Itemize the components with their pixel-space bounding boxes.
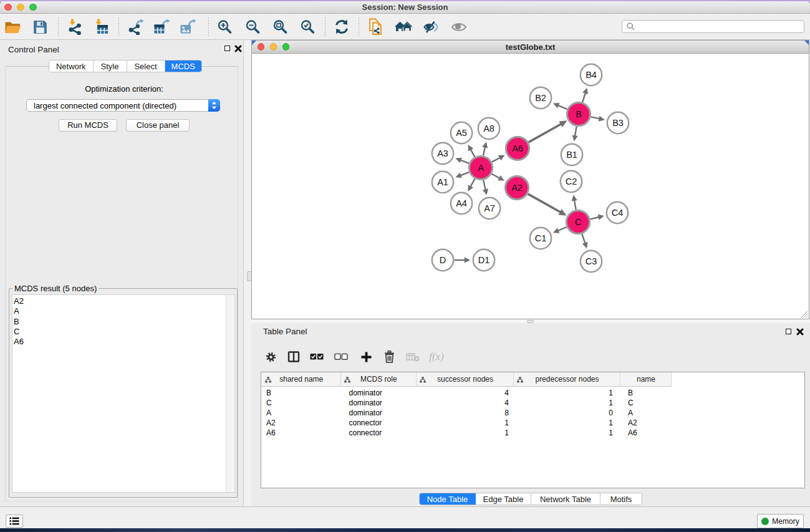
node-A6[interactable]: A6: [506, 137, 529, 160]
cell-MCDS-role[interactable]: connector: [341, 428, 417, 438]
cell-successor-nodes[interactable]: 4: [417, 398, 514, 408]
table-row[interactable]: A2connector11A2: [261, 418, 804, 428]
cell-name[interactable]: A: [620, 408, 672, 418]
edge-A-A2[interactable]: [492, 174, 504, 181]
node-B3[interactable]: B3: [607, 112, 629, 133]
export-table-icon[interactable]: [153, 18, 171, 36]
node-C4[interactable]: C4: [607, 202, 628, 223]
node-D[interactable]: D: [432, 249, 453, 271]
edge-C-C3[interactable]: [582, 234, 587, 248]
zoom-out-icon[interactable]: [243, 18, 262, 36]
result-item[interactable]: A: [12, 306, 234, 316]
cell-predecessor-nodes[interactable]: 0: [514, 408, 620, 418]
zoom-in-icon[interactable]: [215, 18, 234, 36]
table-row[interactable]: Adominator80A: [261, 408, 804, 418]
cell-shared-name[interactable]: C: [262, 398, 341, 408]
column-settings-icon[interactable]: [262, 349, 279, 365]
tab-node-table[interactable]: Node Table: [420, 493, 476, 505]
node-C1[interactable]: C1: [530, 228, 551, 249]
float-table-panel-icon[interactable]: [786, 329, 791, 334]
delete-row-icon[interactable]: [380, 349, 398, 365]
column-header-name[interactable]: name: [620, 372, 672, 387]
column-header-predecessor-nodes[interactable]: predecessor nodes: [514, 372, 620, 387]
edge-A-A5[interactable]: [468, 145, 475, 157]
node-C3[interactable]: C3: [581, 251, 602, 272]
edge-D-D1[interactable]: [455, 257, 471, 263]
cell-successor-nodes[interactable]: 1: [417, 418, 514, 428]
import-network-icon[interactable]: [65, 18, 84, 36]
tab-mcds[interactable]: MCDS: [165, 60, 202, 72]
edge-A-A7[interactable]: [483, 180, 488, 195]
cell-successor-nodes[interactable]: 1: [417, 428, 514, 438]
cell-successor-nodes[interactable]: 8: [417, 408, 514, 418]
edge-A-A4[interactable]: [468, 179, 475, 191]
column-header-shared-name[interactable]: shared name: [262, 372, 341, 387]
criterion-dropdown[interactable]: largest connected component (directed): [26, 99, 220, 112]
network-canvas[interactable]: B4B2BB3A5A8A6B1A3AA1C2A2A4A7C4CC1C3DD1: [252, 54, 809, 319]
memory-button[interactable]: Memory: [757, 514, 804, 528]
column-header-MCDS-role[interactable]: MCDS role: [341, 372, 417, 387]
node-B1[interactable]: B1: [561, 144, 582, 165]
node-D1[interactable]: D1: [473, 249, 494, 271]
task-history-button[interactable]: [6, 515, 23, 528]
zoom-fit-icon[interactable]: [271, 18, 289, 36]
tab-motifs[interactable]: Motifs: [600, 493, 642, 505]
cell-predecessor-nodes[interactable]: 1: [514, 388, 620, 398]
edge-C-C4[interactable]: [591, 215, 604, 220]
node-A1[interactable]: A1: [432, 172, 453, 193]
edge-C-C1[interactable]: [553, 227, 567, 233]
save-session-icon[interactable]: [31, 18, 49, 36]
cell-name[interactable]: C: [620, 398, 672, 408]
edge-B-B2[interactable]: [553, 103, 567, 109]
cell-shared-name[interactable]: A: [262, 408, 341, 418]
edge-B-B3[interactable]: [591, 116, 605, 122]
cell-MCDS-role[interactable]: dominator: [341, 408, 417, 418]
result-item[interactable]: A6: [12, 337, 234, 347]
cell-MCDS-role[interactable]: dominator: [341, 398, 417, 408]
search-input[interactable]: [635, 21, 804, 32]
tab-select[interactable]: Select: [127, 60, 165, 72]
table-row[interactable]: Bdominator41B: [261, 388, 804, 398]
apply-layout-icon[interactable]: [332, 18, 351, 36]
add-row-icon[interactable]: [357, 349, 375, 365]
edge-C-C2[interactable]: [572, 195, 577, 210]
export-image-icon[interactable]: [179, 18, 198, 36]
table-row[interactable]: Cdominator41C: [261, 398, 804, 408]
column-header-successor-nodes[interactable]: successor nodes: [417, 372, 514, 387]
split-view-icon[interactable]: [285, 349, 302, 365]
node-B2[interactable]: B2: [530, 87, 551, 109]
run-mcds-button[interactable]: Run MCDS: [59, 119, 117, 132]
tab-style[interactable]: Style: [94, 60, 127, 72]
select-all-icon[interactable]: [308, 349, 325, 365]
cell-shared-name[interactable]: A2: [262, 418, 341, 428]
node-B4[interactable]: B4: [581, 64, 602, 85]
result-item[interactable]: C: [12, 327, 234, 337]
import-table-icon[interactable]: [92, 18, 111, 36]
deselect-all-icon[interactable]: [332, 349, 350, 365]
result-scrollbar[interactable]: [226, 295, 234, 492]
network-window-titlebar[interactable]: testGlobe.txt: [252, 41, 809, 54]
close-panel-icon[interactable]: [234, 45, 242, 52]
edge-A-A6[interactable]: [492, 155, 505, 162]
search-field[interactable]: [622, 20, 804, 33]
cell-name[interactable]: A6: [620, 428, 672, 438]
cell-successor-nodes[interactable]: 4: [417, 388, 514, 398]
cell-shared-name[interactable]: B: [262, 388, 341, 398]
tab-network[interactable]: Network: [49, 60, 94, 72]
close-panel-button[interactable]: Close panel: [126, 119, 190, 132]
node-A3[interactable]: A3: [432, 143, 453, 164]
edge-B-B4[interactable]: [582, 88, 588, 102]
edge-A-A8[interactable]: [482, 142, 488, 155]
mcds-result-list[interactable]: A2ABCA6: [12, 294, 235, 493]
edge-A-A3[interactable]: [455, 158, 469, 163]
cell-predecessor-nodes[interactable]: 1: [514, 418, 620, 428]
node-A2[interactable]: A2: [505, 176, 528, 199]
cell-name[interactable]: A2: [620, 418, 672, 428]
cell-MCDS-role[interactable]: dominator: [341, 388, 417, 398]
node-A7[interactable]: A7: [479, 198, 500, 219]
window-titlebar[interactable]: Session: New Session: [0, 1, 810, 14]
tab-network-table[interactable]: Network Table: [531, 493, 600, 505]
node-B[interactable]: B: [567, 102, 590, 125]
show-all-icon[interactable]: [450, 18, 468, 36]
table-row[interactable]: A6connector11A6: [261, 428, 804, 438]
